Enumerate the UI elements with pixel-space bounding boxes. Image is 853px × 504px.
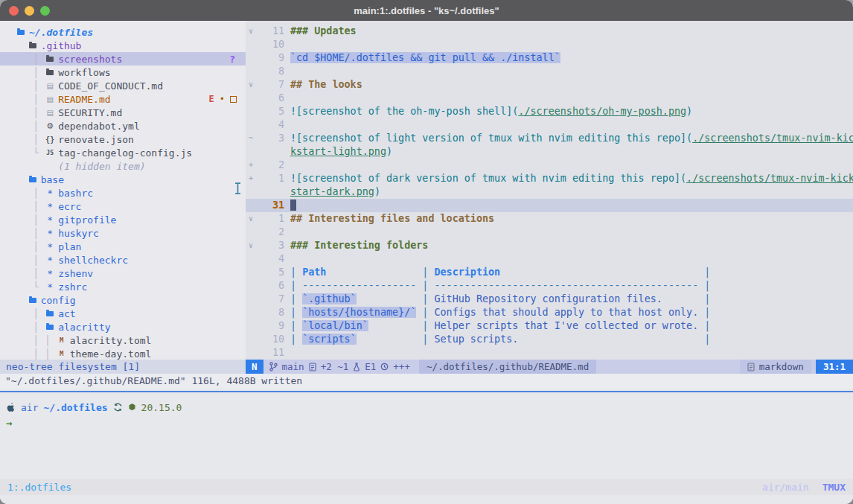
gutter [246, 252, 260, 266]
editor-line[interactable]: 6| ------------------- | ---------------… [246, 279, 853, 293]
filetype-section: markdown [740, 360, 811, 374]
tree-item-label: renovate.json [58, 134, 134, 145]
tree-item-label: README.md [58, 94, 110, 105]
editor-line[interactable]: 10| `scripts` | Setup scripts. | [246, 333, 853, 346]
maximize-button[interactable] [40, 6, 50, 16]
traffic-lights [9, 0, 50, 21]
tree-item-github[interactable]: .github [0, 39, 246, 52]
editor-line[interactable]: 5| Path | Description | [246, 266, 853, 279]
editor-line[interactable]: kstart-light.png) [246, 145, 853, 159]
tree-item-gitprofile[interactable]: │ *gitprofile [0, 213, 246, 226]
tree-item-zshrc[interactable]: └ *zshrc [0, 280, 246, 293]
line-text: `cd $HOME/.dotfiles && git pull && ./ins… [284, 51, 560, 65]
editor-line[interactable]: 2 [246, 226, 853, 239]
tree-item-bashrc[interactable]: │ *bashrc [0, 186, 246, 200]
line-number: 4 [260, 118, 284, 132]
tree-item-workflows[interactable]: │ workflows [0, 66, 246, 79]
gutter [246, 266, 260, 279]
line-number: 10 [260, 333, 284, 346]
editor-line[interactable]: ∨3### Interesting folders [246, 239, 853, 252]
line-text: ## Interesting files and locations [284, 212, 494, 226]
mouse-ibeam-cursor [234, 182, 242, 194]
tree-item-dotfiles[interactable]: ~/.dotfiles [0, 25, 246, 39]
line-text [284, 118, 290, 132]
line-number: 11 [260, 25, 284, 38]
tree-item-config[interactable]: config [0, 293, 246, 307]
git-sign: + [246, 159, 260, 172]
editor-line[interactable]: 5![screenshot of the oh-my-posh shell](.… [246, 105, 853, 118]
line-text [284, 38, 290, 51]
tree-item-label: alacritty [58, 322, 110, 333]
folder-icon [45, 311, 55, 316]
git-diff-counts: +2 ~1 [321, 361, 349, 372]
tree-guide: │ [16, 94, 45, 105]
tree-guide: │ [16, 241, 45, 252]
line-number: 2 [260, 159, 284, 172]
tree-item-readme-md[interactable]: │ ▤README.mdE• [0, 92, 246, 106]
tree-guide: │ [16, 308, 45, 319]
editor-line[interactable]: 7| `.github` | GitHub Repository configu… [246, 293, 853, 306]
tree-item-1-hidden-item[interactable]: (1 hidden item) [0, 159, 246, 173]
tmux-status-right: air/main TMUX [762, 482, 853, 493]
editor-line[interactable]: +1![screenshot of dark version of tmux w… [246, 172, 853, 185]
editor-line[interactable]: 9| `local/bin` | Helper scripts that I'v… [246, 319, 853, 333]
tree-item-alacritty[interactable]: │ alacritty [0, 320, 246, 334]
editor-line[interactable]: 11 [246, 346, 853, 360]
tree-item-label: base [41, 174, 64, 185]
tree-item-renovate-json[interactable]: │ {}renovate.json [0, 133, 246, 146]
tree-item-act[interactable]: │ act [0, 307, 246, 320]
editor-buffer[interactable]: ∨11### Updates109`cd $HOME/.dotfiles && … [246, 21, 853, 360]
line-text: ![screenshot of dark version of tmux wit… [284, 172, 853, 185]
prompt-arrow[interactable]: → [0, 415, 853, 431]
tree-item-base[interactable]: base [0, 173, 246, 186]
json-braces-icon: {} [45, 135, 55, 144]
line-number: 6 [260, 279, 284, 293]
tree-item-theme-day-toml[interactable]: │ │ Mtheme-day.toml [0, 347, 246, 360]
editor-line[interactable]: 6 [246, 92, 853, 105]
tree-item-tag-changelog-config-js[interactable]: └ JStag-changelog-config.js [0, 146, 246, 159]
editor-line[interactable]: 8| `hosts/{hostname}/` | Configs that sh… [246, 306, 853, 319]
tree-item-zshenv[interactable]: │ *zshenv [0, 267, 246, 280]
editor-line[interactable]: ∨11### Updates [246, 25, 853, 38]
dotfile-star-icon: * [45, 241, 55, 252]
editor-line[interactable]: 9`cd $HOME/.dotfiles && git pull && ./in… [246, 51, 853, 65]
tree-item-alacritty-toml[interactable]: │ │ Malacritty.toml [0, 334, 246, 347]
editor-line[interactable]: +2 [246, 159, 853, 172]
line-number: 9 [260, 319, 284, 333]
minimize-button[interactable] [25, 6, 34, 16]
editor-line[interactable]: 4 [246, 252, 853, 266]
tree-item-dependabot-yml[interactable]: │ ⚙dependabot.yml [0, 119, 246, 133]
editor-line[interactable]: ∨7## The looks [246, 78, 853, 92]
tree-item-label: ecrc [58, 201, 81, 212]
dotfile-star-icon: * [45, 268, 55, 279]
tmux-badge: TMUX [822, 482, 846, 493]
neotree-sidebar[interactable]: ~/.dotfiles .github │ screenshots? │ wor… [0, 21, 246, 360]
tree-item-plan[interactable]: │ *plan [0, 240, 246, 253]
tree-item-huskyrc[interactable]: │ *huskyrc [0, 226, 246, 240]
terminal-window: main:1:.dotfiles - "ks~/.dotfiles" ~/.do… [0, 0, 853, 504]
tree-item-ecrc[interactable]: │ *ecrc [0, 200, 246, 213]
close-button[interactable] [9, 6, 19, 16]
line-number [260, 145, 284, 159]
editor-line[interactable]: start-dark.png) [246, 185, 853, 199]
tree-guide: └ [16, 147, 45, 159]
prompt-hostname: air [21, 402, 38, 413]
markdown-file-icon [747, 363, 755, 371]
tree-item-label: act [58, 308, 75, 319]
editor-line[interactable]: ∨1## Interesting files and locations [246, 212, 853, 226]
tree-item-code-of-conduct-md[interactable]: │ ▤CODE_OF_CONDUCT.md [0, 79, 246, 92]
tmux-session: ~/.dotfiles .github │ screenshots? │ wor… [0, 21, 853, 504]
dotfile-star-icon: * [45, 188, 55, 199]
tree-item-label: plan [58, 241, 81, 252]
editor-line[interactable]: 8 [246, 65, 853, 78]
tree-item-screenshots[interactable]: │ screenshots? [0, 52, 246, 66]
tree-item-security-md[interactable]: │ ▤SECURITY.md [0, 106, 246, 119]
editor-line[interactable]: 4 [246, 118, 853, 132]
editor-line[interactable]: 31 [246, 199, 853, 212]
tree-guide: └ [16, 281, 45, 293]
tree-item-shellcheckrc[interactable]: │ *shellcheckrc [0, 253, 246, 267]
line-text: ## The looks [284, 78, 362, 92]
editor-line[interactable]: 10 [246, 38, 853, 51]
tmux-window-label[interactable]: 1:.dotfiles [0, 482, 71, 493]
editor-line[interactable]: ~3![screenshot of light version of tmux … [246, 132, 853, 145]
